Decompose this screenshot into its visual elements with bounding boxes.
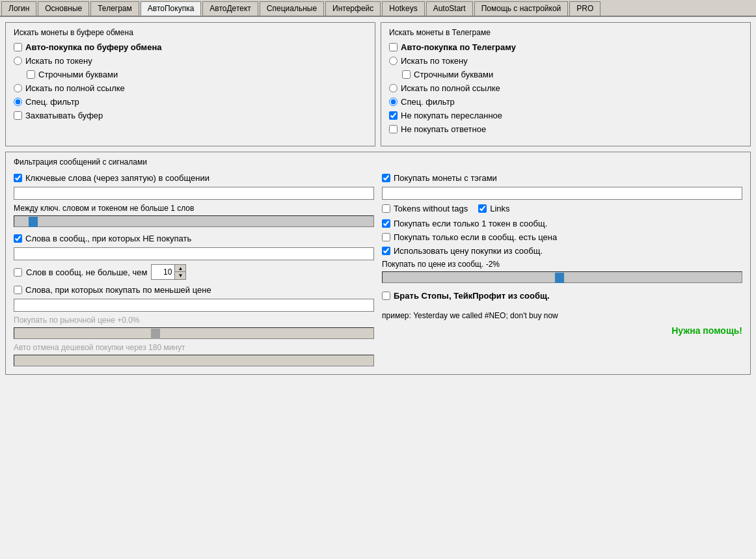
- search-by-token-radio[interactable]: [14, 57, 22, 65]
- links-label[interactable]: Links: [490, 204, 509, 213]
- help-label[interactable]: Нужна помощь!: [671, 325, 742, 336]
- buy-one-token-label[interactable]: Покупать если только 1 токен в сообщ.: [394, 219, 547, 228]
- no-reply-label[interactable]: Не покупать ответное: [401, 124, 486, 134]
- buy-one-token-row: Покупать если только 1 токен в сообщ.: [382, 219, 742, 228]
- tabs-bar: Логин Основные Телеграм АвтоПокупка Авто…: [0, 0, 756, 17]
- auto-buy-clipboard-row: Авто-покупка по буферу обмена: [14, 42, 367, 52]
- search-by-link-radio[interactable]: [14, 84, 22, 92]
- top-panels: Искать монеты в буфере обмена Авто-покуп…: [5, 22, 751, 146]
- market-price-thumb: [151, 329, 160, 339]
- keywords-checkbox[interactable]: [14, 174, 22, 182]
- market-price-label: Покупать по рыночной цене +0.0%: [14, 316, 374, 325]
- tokens-links-row: Tokens without tags Links: [382, 204, 742, 213]
- max-words-checkbox[interactable]: [14, 268, 22, 277]
- max-words-input[interactable]: [151, 264, 174, 280]
- filter-left-col: Ключевые слова (через запятую) в сообщен…: [14, 173, 374, 366]
- clipboard-panel-title: Искать монеты в буфере обмена: [14, 28, 367, 37]
- tg-spec-filter-label[interactable]: Спец. фильтр: [401, 97, 455, 107]
- tokens-without-tags-label[interactable]: Tokens without tags: [394, 204, 468, 213]
- smaller-price-input[interactable]: wait dip,for dip,when dump,when dumped: [14, 299, 374, 312]
- tags-input[interactable]: #,$: [382, 187, 742, 200]
- tokens-without-tags-checkbox[interactable]: [382, 204, 390, 213]
- spec-filter-label[interactable]: Спец. фильтр: [25, 97, 79, 107]
- keywords-input[interactable]: buy: [14, 187, 374, 200]
- no-forwarded-label[interactable]: Не покупать пересланное: [401, 111, 502, 120]
- links-row: Links: [478, 204, 509, 213]
- auto-buy-telegram-row: Авто-покупка по Телеграму: [389, 42, 742, 52]
- tg-search-by-link-radio[interactable]: [389, 84, 398, 92]
- take-stops-row: Брать Стопы, ТейкПрофит из сообщ.: [382, 291, 742, 301]
- buy-with-price-row: Покупать только если в сообщ. есть цена: [382, 232, 742, 242]
- filter-two-col: Ключевые слова (через запятую) в сообщен…: [14, 173, 742, 366]
- tab-autostart[interactable]: AutoStart: [426, 1, 473, 16]
- search-by-link-label[interactable]: Искать по полной ссылке: [25, 83, 125, 93]
- max-words-row: Слов в сообщ. не больше, чем ▲ ▼: [14, 264, 374, 280]
- tg-lowercase-checkbox[interactable]: [402, 70, 411, 79]
- tab-autodetect[interactable]: АвтоДетект: [202, 1, 258, 16]
- no-reply-checkbox[interactable]: [389, 125, 398, 133]
- tab-basic[interactable]: Основные: [38, 1, 89, 16]
- exclude-words-input[interactable]: called,gave,told,dont,don't,reached: [14, 247, 374, 260]
- lowercase-checkbox[interactable]: [27, 70, 35, 79]
- tokens-without-tags-row: Tokens without tags: [382, 204, 468, 213]
- tg-search-by-token-row: Искать по токену: [389, 56, 742, 66]
- capture-buffer-checkbox[interactable]: [14, 111, 22, 120]
- between-words-slider[interactable]: [14, 215, 374, 227]
- use-price-from-msg-checkbox[interactable]: [382, 247, 390, 255]
- tg-search-by-link-label[interactable]: Искать по полной ссылке: [401, 83, 500, 93]
- max-words-label[interactable]: Слов в сообщ. не больше, чем: [26, 267, 147, 277]
- tg-lowercase-label[interactable]: Строчными буквами: [414, 70, 493, 79]
- buy-with-tags-row: Покупать монеты с тэгами: [382, 173, 742, 183]
- buy-with-tags-checkbox[interactable]: [382, 174, 390, 182]
- price-from-msg-label: Покупать по цене из сообщ. -2%: [382, 260, 742, 269]
- capture-buffer-label[interactable]: Захватывать буфер: [25, 111, 103, 120]
- tab-interface[interactable]: Интерфейс: [325, 1, 381, 16]
- buy-with-price-checkbox[interactable]: [382, 233, 390, 241]
- buy-with-tags-label[interactable]: Покупать монеты с тэгами: [394, 173, 497, 183]
- price-from-msg-slider[interactable]: [382, 271, 742, 283]
- example-text: пример: Yesterday we called #NEO; don't …: [382, 311, 742, 320]
- tab-autobuy[interactable]: АвтоПокупка: [141, 1, 202, 16]
- tg-search-by-link-row: Искать по полной ссылке: [389, 83, 742, 93]
- take-stops-checkbox[interactable]: [382, 292, 390, 300]
- exclude-words-label[interactable]: Слова в сообщ., при которых НЕ покупать: [25, 234, 191, 243]
- buy-one-token-checkbox[interactable]: [382, 219, 390, 228]
- telegram-panel-title: Искать монеты в Телеграме: [389, 28, 742, 37]
- no-reply-row: Не покупать ответное: [389, 124, 742, 134]
- smaller-price-checkbox[interactable]: [14, 286, 22, 294]
- take-stops-label[interactable]: Брать Стопы, ТейкПрофит из сообщ.: [394, 291, 550, 301]
- use-price-from-msg-row: Использовать цену покупки из сообщ.: [382, 246, 742, 256]
- lowercase-label[interactable]: Строчными буквами: [38, 70, 118, 79]
- tab-login[interactable]: Логин: [1, 1, 36, 16]
- tab-help[interactable]: Помощь с настройкой: [474, 1, 569, 16]
- spec-filter-radio[interactable]: [14, 98, 22, 106]
- search-by-token-label[interactable]: Искать по токену: [25, 56, 92, 66]
- telegram-panel: Искать монеты в Телеграме Авто-покупка п…: [381, 22, 751, 146]
- max-words-down[interactable]: ▼: [175, 272, 185, 279]
- auto-buy-telegram-label[interactable]: Авто-покупка по Телеграму: [401, 42, 516, 52]
- exclude-words-checkbox[interactable]: [14, 234, 22, 243]
- tg-search-by-token-label[interactable]: Искать по токену: [401, 56, 468, 66]
- filter-section-title: Фильтрация сообщений с сигналами: [14, 157, 742, 167]
- max-words-up[interactable]: ▲: [175, 265, 185, 272]
- smaller-price-label[interactable]: Слова, при которых покупать по меньшей ц…: [25, 285, 211, 295]
- buy-with-price-label[interactable]: Покупать только если в сообщ. есть цена: [394, 232, 557, 242]
- tab-pro[interactable]: PRO: [569, 1, 601, 16]
- auto-cancel-slider[interactable]: [14, 355, 374, 366]
- tab-hotkeys[interactable]: Hotkeys: [382, 1, 424, 16]
- no-forwarded-checkbox[interactable]: [389, 111, 398, 120]
- tab-telegram[interactable]: Телеграм: [90, 1, 139, 16]
- tg-search-by-token-radio[interactable]: [389, 57, 398, 65]
- tab-special[interactable]: Специальные: [260, 1, 324, 16]
- clipboard-panel: Искать монеты в буфере обмена Авто-покуп…: [5, 22, 375, 146]
- market-price-slider[interactable]: [14, 327, 374, 339]
- auto-buy-clipboard-checkbox[interactable]: [14, 43, 22, 51]
- auto-buy-telegram-checkbox[interactable]: [389, 43, 398, 51]
- main-content: Искать монеты в буфере обмена Авто-покуп…: [0, 17, 756, 556]
- links-checkbox[interactable]: [478, 204, 487, 213]
- keywords-label[interactable]: Ключевые слова (через запятую) в сообщен…: [25, 173, 209, 183]
- auto-buy-clipboard-label[interactable]: Авто-покупка по буферу обмена: [25, 42, 162, 52]
- lowercase-row: Строчными буквами: [27, 70, 367, 79]
- use-price-from-msg-label[interactable]: Использовать цену покупки из сообщ.: [394, 246, 543, 256]
- tg-spec-filter-radio[interactable]: [389, 98, 398, 106]
